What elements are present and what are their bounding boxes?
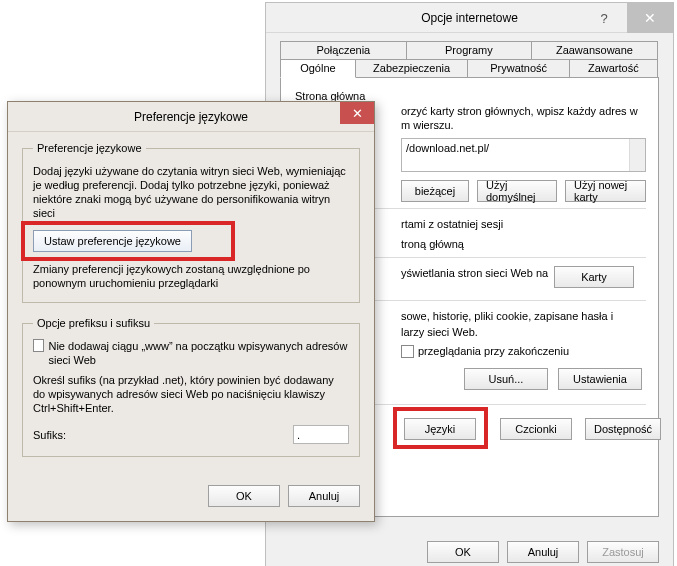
use-current-button[interactable]: bieżącej: [401, 180, 469, 202]
language-preferences-note: Zmiany preferencji językowych zostaną uw…: [33, 262, 349, 290]
tab-connections[interactable]: Połączenia: [280, 41, 407, 60]
set-language-preferences-button[interactable]: Ustaw preferencje językowe: [33, 230, 192, 252]
ok-button[interactable]: OK: [427, 541, 499, 563]
language-preferences-legend: Preferencje językowe: [33, 142, 146, 154]
io-titlebar: Opcje internetowe ? ✕: [266, 3, 673, 33]
prefix-suffix-group: Opcje prefiksu i sufiksu Nie dodawaj cią…: [22, 317, 360, 457]
tab-programs[interactable]: Programy: [406, 41, 533, 60]
settings-button[interactable]: Ustawienia: [558, 368, 642, 390]
lang-close-button[interactable]: ✕: [340, 102, 374, 124]
homepage-url-input[interactable]: /download.net.pl/: [401, 138, 646, 172]
lang-titlebar: Preferencje językowe ✕: [8, 102, 374, 132]
use-default-button[interactable]: Użyj domyślnej: [477, 180, 557, 202]
suffix-desc: Określ sufiks (na przykład .net), który …: [33, 373, 349, 415]
homepage-desc-line1: orzyć karty stron głównych, wpisz każdy …: [401, 104, 646, 118]
delete-on-exit-checkbox[interactable]: [401, 345, 414, 358]
tabs-row-front: Ogólne Zabezpieczenia Prywatność Zawarto…: [280, 59, 659, 78]
language-preferences-group: Preferencje językowe Dodaj języki używan…: [22, 142, 360, 303]
www-prefix-label: Nie dodawaj ciągu „www” na początku wpis…: [48, 339, 349, 367]
history-line1: sowe, historię, pliki cookie, zapisane h…: [401, 309, 646, 323]
use-newtab-button[interactable]: Użyj nowej karty: [565, 180, 646, 202]
tab-general[interactable]: Ogólne: [280, 59, 356, 78]
tab-advanced[interactable]: Zaawansowane: [531, 41, 658, 60]
suffix-input[interactable]: [293, 425, 349, 444]
history-line2: larzy sieci Web.: [401, 325, 646, 339]
suffix-label: Sufiks:: [33, 429, 66, 441]
scrollbar[interactable]: [629, 139, 645, 171]
delete-on-exit-label: przeglądania przy zakończeniu: [418, 345, 569, 357]
www-prefix-checkbox[interactable]: [33, 339, 44, 352]
language-preferences-dialog: Preferencje językowe ✕ Preferencje język…: [7, 101, 375, 522]
apply-button[interactable]: Zastosuj: [587, 541, 659, 563]
help-button[interactable]: ?: [583, 3, 625, 33]
lang-ok-button[interactable]: OK: [208, 485, 280, 507]
startup-option-homepage[interactable]: troną główną: [401, 237, 646, 251]
tab-security[interactable]: Zabezpieczenia: [355, 59, 469, 78]
delete-button[interactable]: Usuń...: [464, 368, 548, 390]
homepage-url-value: /download.net.pl/: [406, 142, 489, 154]
lang-cancel-button[interactable]: Anuluj: [288, 485, 360, 507]
homepage-desc-line2: m wierszu.: [401, 118, 646, 132]
prefix-suffix-legend: Opcje prefiksu i sufiksu: [33, 317, 154, 329]
startup-option-last-session[interactable]: rtami z ostatniej sesji: [401, 217, 646, 231]
tab-privacy[interactable]: Prywatność: [467, 59, 569, 78]
language-preferences-desc: Dodaj języki używane do czytania witryn …: [33, 164, 349, 220]
close-button[interactable]: ✕: [627, 3, 673, 33]
lang-title: Preferencje językowe: [134, 110, 248, 124]
tabs-row-back: Połączenia Programy Zaawansowane: [280, 41, 659, 60]
tab-content[interactable]: Zawartość: [569, 59, 658, 78]
cancel-button[interactable]: Anuluj: [507, 541, 579, 563]
fonts-button[interactable]: Czcionki: [500, 418, 572, 440]
languages-button[interactable]: Języki: [404, 418, 476, 440]
io-title: Opcje internetowe: [421, 11, 518, 25]
tabs-button[interactable]: Karty: [554, 266, 634, 288]
accessibility-button[interactable]: Dostępność: [585, 418, 661, 440]
